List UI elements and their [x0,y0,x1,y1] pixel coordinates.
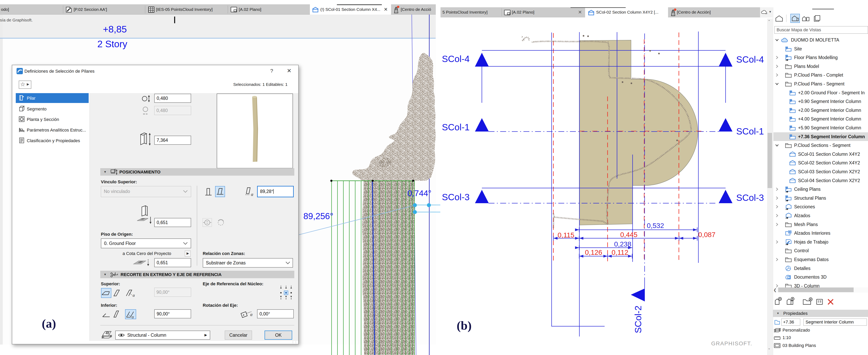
svg-text:0,087: 0,087 [698,231,715,238]
svg-text:2 Story: 2 Story [97,39,127,49]
svg-text:SCol-4: SCol-4 [442,54,470,64]
svg-text:SCol-3: SCol-3 [442,192,470,202]
svg-text:0,445: 0,445 [620,231,638,238]
svg-text:α: α [250,313,253,317]
svg-text:0,238: 0,238 [614,240,631,248]
svg-text:0,126: 0,126 [585,249,602,256]
svg-text:SCol-1: SCol-1 [736,126,764,136]
svg-text:GRAPHISOFT.: GRAPHISOFT. [711,341,752,347]
svg-text:0,112: 0,112 [612,249,628,256]
svg-text:α: α [132,315,134,319]
svg-text:89,256°: 89,256° [303,211,333,221]
svg-text:SCol-4: SCol-4 [736,54,764,65]
svg-text:SCol-1: SCol-1 [442,122,470,132]
svg-text:0,532: 0,532 [647,222,664,229]
svg-text:α: α [251,192,253,197]
svg-text:α: α [132,293,135,297]
svg-text:0,744°: 0,744° [407,189,431,198]
svg-text:SCol-3: SCol-3 [736,193,764,203]
svg-text:0,115: 0,115 [558,231,575,239]
svg-text:I=: I= [766,12,767,15]
svg-text:+8,85: +8,85 [103,24,127,34]
svg-text:SCol-2: SCol-2 [633,305,643,333]
